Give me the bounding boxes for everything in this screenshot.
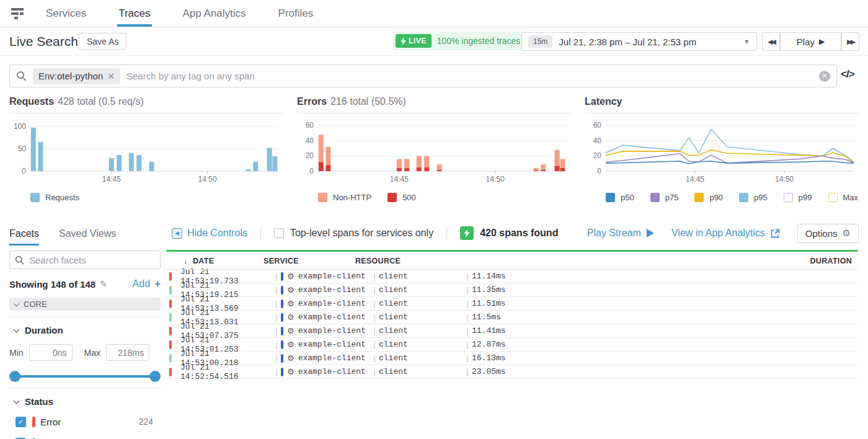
- lightning-icon: [401, 37, 406, 45]
- slider-track[interactable]: [11, 375, 159, 378]
- legend-swatch: [739, 193, 748, 202]
- remove-tag-icon[interactable]: ✕: [107, 71, 115, 81]
- play-stream-button[interactable]: Play Stream: [587, 228, 654, 239]
- duration-max-input[interactable]: 218ms: [106, 344, 149, 361]
- legend-item-500[interactable]: 500: [388, 193, 416, 202]
- legend-item-p75[interactable]: p75: [650, 193, 679, 202]
- duration-range-slider[interactable]: [9, 371, 161, 382]
- status-facet-items: ✓Error224✓Ok220: [9, 415, 161, 439]
- column-header-service[interactable]: SERVICE: [264, 257, 299, 265]
- duration-facet-header[interactable]: Duration: [14, 325, 161, 335]
- row-status-stripe: [169, 340, 172, 349]
- duration-max-label: Max: [84, 348, 100, 358]
- errors-chart-plot[interactable]: 020406014:4514:50: [297, 113, 572, 188]
- row-status-stripe: [169, 313, 172, 322]
- service-gear-icon: ⚙: [287, 313, 294, 322]
- search-filter-tag[interactable]: Env:otel-python ✕: [33, 68, 120, 84]
- row-resource: client: [379, 313, 463, 322]
- facet-group-core[interactable]: CORE: [9, 298, 161, 311]
- top-nav: ServicesTracesApp AnalyticsProfiles: [0, 0, 868, 27]
- service-gear-icon: ⚙: [287, 272, 294, 281]
- nav-item-traces[interactable]: Traces: [117, 0, 151, 27]
- status-facet-row[interactable]: ✓Ok220: [16, 437, 161, 439]
- spans-found-status: 420 spans found: [460, 226, 558, 240]
- tab-facets[interactable]: Facets: [9, 223, 39, 246]
- nav-item-profiles[interactable]: Profiles: [277, 0, 315, 27]
- divider: |: [272, 340, 281, 349]
- list-controls-row: FacetsSaved Views ◀ Hide Controls Top-le…: [0, 223, 868, 246]
- sort-descending-icon[interactable]: ↓: [184, 257, 188, 265]
- divider: |: [272, 299, 281, 308]
- slider-handle-max[interactable]: [149, 371, 161, 382]
- add-facet-button[interactable]: Add +: [133, 278, 161, 290]
- status-facet-row[interactable]: ✓Error224: [16, 415, 161, 428]
- requests-chart-subtitle: 428 total (0.5 req/s): [58, 96, 144, 107]
- play-button[interactable]: Play ▶: [780, 32, 841, 51]
- clear-search-icon[interactable]: ✕: [819, 71, 830, 82]
- column-header-date[interactable]: DATE: [193, 257, 214, 265]
- code-view-icon[interactable]: </>: [841, 68, 854, 81]
- nav-item-services[interactable]: Services: [45, 0, 87, 27]
- primary-nav: ServicesTracesApp AnalyticsProfiles: [45, 0, 344, 27]
- divider: [260, 227, 261, 239]
- column-header-resource[interactable]: RESOURCE: [355, 257, 401, 265]
- legend-item-p50[interactable]: p50: [606, 193, 634, 202]
- service-color-bar: [281, 340, 283, 349]
- top-level-spans-checkbox[interactable]: [274, 228, 284, 238]
- row-status-stripe: [169, 272, 172, 281]
- search-bar[interactable]: Env:otel-python ✕ Search by any tag on a…: [9, 64, 837, 87]
- step-forward-button[interactable]: ▶▶: [841, 32, 859, 51]
- nav-item-app-analytics[interactable]: App Analytics: [182, 0, 247, 27]
- legend-item-p99[interactable]: p99: [784, 193, 812, 202]
- svg-text:14:45: 14:45: [390, 175, 409, 184]
- row-resource: client: [379, 353, 463, 363]
- legend-item-non-http[interactable]: Non-HTTP: [318, 193, 371, 202]
- service-gear-icon: ⚙: [287, 340, 294, 349]
- service-color-bar: [281, 327, 283, 335]
- time-range-picker[interactable]: 15m Jul 21, 2:38 pm – Jul 21, 2:53 pm ▼: [521, 32, 757, 51]
- slider-handle-min[interactable]: [9, 371, 20, 382]
- legend-label: Non-HTTP: [333, 193, 371, 202]
- divider: |: [463, 326, 472, 335]
- duration-facet-label: Duration: [25, 325, 63, 335]
- legend-item-requests[interactable]: Requests: [30, 193, 79, 202]
- status-checkbox-checked[interactable]: ✓: [16, 417, 26, 427]
- tab-saved-views[interactable]: Saved Views: [59, 223, 116, 246]
- divider: [9, 316, 161, 317]
- status-facet-header[interactable]: Status: [14, 396, 161, 407]
- save-as-button[interactable]: Save As: [79, 33, 126, 50]
- legend-item-p90[interactable]: p90: [694, 193, 723, 202]
- legend-item-p95[interactable]: p95: [739, 193, 768, 202]
- apm-logo-icon[interactable]: [9, 6, 25, 21]
- facet-search-input[interactable]: Search facets: [9, 251, 161, 269]
- svg-text:100: 100: [14, 122, 26, 131]
- legend-swatch: [828, 193, 838, 202]
- hide-controls-button[interactable]: ◀ Hide Controls: [172, 228, 247, 239]
- row-service: ⚙example-client: [281, 353, 370, 363]
- search-input[interactable]: Search by any tag on any span: [126, 71, 255, 81]
- edit-facets-icon[interactable]: ✎: [100, 279, 107, 289]
- requests-chart-legend: Requests: [30, 193, 284, 202]
- divider: |: [272, 272, 281, 281]
- live-bolt-icon: [460, 226, 474, 240]
- options-button[interactable]: Options ⚙: [797, 224, 859, 243]
- svg-text:14:45: 14:45: [102, 175, 121, 184]
- service-gear-icon: ⚙: [287, 285, 294, 295]
- live-badge[interactable]: LIVE: [396, 34, 432, 48]
- divider: |: [463, 313, 472, 322]
- column-header-duration[interactable]: DURATION: [810, 257, 852, 265]
- divider: |: [463, 299, 472, 308]
- latency-chart-title: Latency: [585, 96, 622, 107]
- errors-chart-legend: Non-HTTP500: [318, 193, 572, 202]
- view-in-app-analytics-link[interactable]: View in App Analytics: [671, 228, 780, 239]
- latency-chart-plot[interactable]: 020406014:4514:50: [585, 113, 859, 188]
- requests-chart-plot[interactable]: 05010014:4514:50: [9, 113, 284, 188]
- table-row[interactable]: Jul 21 14:52:54.516|⚙example-client|clie…: [166, 365, 858, 379]
- requests-chart-title: Requests: [9, 96, 54, 107]
- duration-min-input[interactable]: 0ns: [29, 344, 73, 361]
- legend-item-max[interactable]: Max: [828, 193, 859, 202]
- top-level-spans-label: Top-level spans for services only: [290, 228, 433, 239]
- top-level-spans-toggle[interactable]: Top-level spans for services only: [274, 228, 433, 239]
- facet-group-core-label: CORE: [24, 299, 47, 309]
- step-back-button[interactable]: ◀◀: [762, 32, 780, 51]
